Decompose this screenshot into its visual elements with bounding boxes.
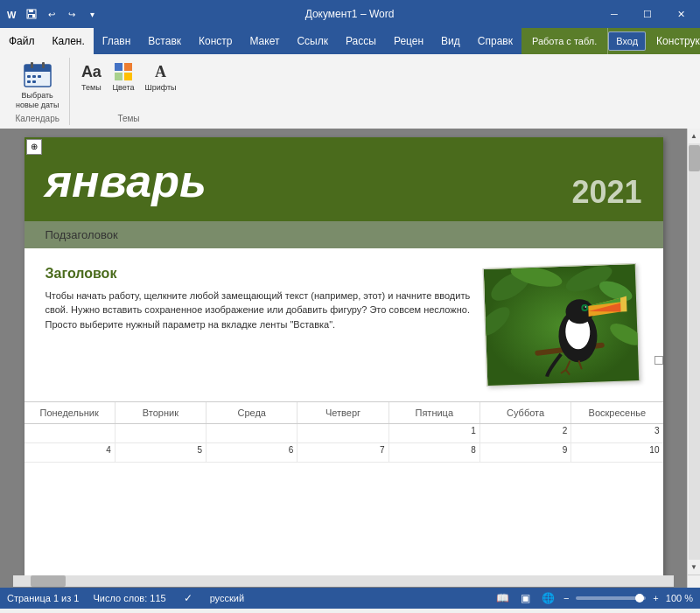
tab-help[interactable]: Справк	[469, 28, 522, 54]
calendar-subheader[interactable]: Подзаголовок	[24, 221, 663, 248]
page: ⊕ январь 2021 Подзаголовок Заголовок Что…	[24, 137, 663, 579]
move-handle[interactable]: ⊕	[26, 139, 42, 155]
page-content: Заголовок Чтобы начать работу, щелкните …	[24, 248, 663, 401]
vertical-scrollbar[interactable]: ▲ ▼	[687, 129, 700, 575]
choose-dates-button[interactable]: Выбратьновые даты	[12, 59, 62, 112]
tab-home[interactable]: Главн	[94, 28, 140, 54]
title-bar: W ↩ ↪ ▾ Документ1 – Word ─ ☐ ✕	[0, 0, 700, 28]
zoom-thumb[interactable]	[635, 594, 644, 603]
scroll-up-button[interactable]: ▲	[689, 130, 700, 142]
cal-cell-r2c4[interactable]: 7	[298, 443, 388, 462]
svg-rect-15	[32, 80, 36, 83]
minimize-button[interactable]: ─	[598, 0, 630, 28]
svg-rect-14	[27, 80, 31, 83]
cal-cell-r2c7[interactable]: 10	[571, 443, 662, 462]
cal-cell-r1c6[interactable]: 2	[480, 424, 571, 442]
cal-cell-r1c4[interactable]	[298, 424, 388, 442]
colors-label: Цвета	[112, 83, 134, 92]
print-layout-icon[interactable]: ▣	[518, 590, 534, 606]
tab-design[interactable]: Констр	[190, 28, 241, 54]
calendar-icon	[24, 61, 52, 89]
calendar-row-1: 1 2 3	[24, 424, 663, 443]
weekday-tuesday: Вторник	[116, 402, 206, 423]
content-body[interactable]: Чтобы начать работу, щелкните любой заме…	[46, 289, 471, 332]
calendar-row-2: 4 5 6 7 8 9 10	[24, 443, 663, 463]
weekday-friday: Пятница	[389, 402, 480, 423]
tab-insert[interactable]: Вставк	[139, 28, 190, 54]
close-button[interactable]: ✕	[665, 0, 696, 28]
ribbon-content: Выбратьновые даты Календарь Aa Темы	[0, 54, 700, 129]
svg-text:W: W	[7, 10, 17, 20]
cal-cell-r1c3[interactable]	[206, 424, 298, 442]
title-text: Документ1 – Word	[305, 8, 395, 20]
ribbon-group-themes-content: Aa Темы Цвета A	[77, 59, 179, 112]
themes-button[interactable]: Aa Темы	[77, 59, 105, 94]
tab-layout[interactable]: Макет	[241, 28, 288, 54]
cal-cell-r2c2[interactable]: 5	[116, 443, 206, 462]
svg-rect-8	[24, 70, 51, 72]
tab-mailings[interactable]: Рассы	[337, 28, 385, 54]
scroll-thumb-vertical[interactable]	[689, 145, 700, 171]
colors-button[interactable]: Цвета	[108, 59, 137, 94]
weekday-saturday: Суббота	[480, 402, 571, 423]
resize-handle-right[interactable]	[654, 356, 663, 365]
weekday-thursday: Четверг	[298, 402, 388, 423]
context-tab-constructor[interactable]: Конструктор	[646, 28, 700, 54]
login-button[interactable]: Вход	[608, 31, 646, 51]
calendar-header: январь 2021	[24, 137, 663, 221]
tab-file[interactable]: Файл	[0, 28, 44, 54]
restore-button[interactable]: ☐	[632, 0, 663, 28]
redo-button[interactable]: ↪	[63, 5, 80, 23]
cal-cell-r1c1[interactable]	[24, 424, 116, 442]
zoom-slider[interactable]	[576, 596, 646, 600]
fonts-icon: A	[150, 61, 172, 82]
window-title: Документ1 – Word	[101, 8, 598, 20]
tab-references[interactable]: Ссылк	[288, 28, 337, 54]
themes-label: Темы	[81, 83, 102, 92]
calendar-weekday-headers: Понедельник Вторник Среда Четверг Пятниц…	[24, 402, 663, 424]
proofing-icon[interactable]: ✓	[180, 590, 196, 606]
fonts-button[interactable]: A Шрифты	[141, 59, 179, 94]
tab-calendar[interactable]: Кален.	[44, 28, 94, 54]
ribbon-tabs-row: Файл Кален. Главн Вставк Констр Макет Сс…	[0, 28, 700, 54]
cal-cell-r2c1[interactable]: 4	[24, 443, 116, 462]
main-content-wrapper: ⊕ январь 2021 Подзаголовок Заголовок Что…	[0, 129, 700, 575]
cal-cell-r1c7[interactable]: 3	[571, 424, 662, 442]
weekday-sunday: Воскресенье	[571, 402, 662, 423]
content-image-area[interactable]	[485, 266, 642, 384]
document-area[interactable]: ⊕ январь 2021 Подзаголовок Заголовок Что…	[0, 129, 687, 588]
svg-rect-9	[31, 62, 33, 68]
scroll-track-horizontal[interactable]	[13, 575, 674, 587]
weekday-monday: Понедельник	[24, 402, 116, 423]
zoom-plus[interactable]: +	[653, 593, 658, 603]
cal-cell-r1c5[interactable]: 1	[389, 424, 480, 442]
page-info: Страница 1 из 1	[7, 593, 79, 603]
horizontal-scroll-row: ◄ ►	[0, 575, 700, 588]
customize-quick-access[interactable]: ▾	[83, 5, 101, 23]
tab-view[interactable]: Вид	[432, 28, 469, 54]
web-layout-icon[interactable]: 🌐	[541, 590, 556, 606]
save-button[interactable]	[23, 5, 40, 23]
undo-button[interactable]: ↩	[43, 5, 60, 23]
cal-cell-r2c5[interactable]: 8	[389, 443, 480, 462]
svg-rect-11	[27, 75, 31, 78]
scroll-thumb-horizontal[interactable]	[31, 575, 66, 587]
toucan-image[interactable]	[482, 263, 640, 387]
cal-cell-r2c3[interactable]: 6	[206, 443, 298, 462]
cal-cell-r1c2[interactable]	[116, 424, 206, 442]
scroll-track-vertical[interactable]	[689, 143, 700, 560]
content-heading[interactable]: Заголовок	[46, 266, 471, 282]
resize-corner	[687, 575, 700, 588]
word-count: Число слов: 115	[93, 593, 165, 603]
themes-group-label: Темы	[117, 114, 139, 123]
horizontal-scrollbar[interactable]: ◄ ►	[0, 575, 687, 588]
scroll-down-button[interactable]: ▼	[689, 561, 700, 573]
context-tab-group: Работа с табл. Вход Конструктор Макет	[522, 28, 700, 54]
title-bar-left: W ↩ ↪ ▾	[0, 5, 101, 23]
tab-review[interactable]: Рецен	[385, 28, 432, 54]
status-bar: Страница 1 из 1 Число слов: 115 ✓ русски…	[0, 588, 700, 609]
read-mode-icon[interactable]: 📖	[495, 590, 511, 606]
zoom-minus[interactable]: −	[564, 593, 569, 603]
ribbon-group-calendar-content: Выбратьновые даты	[12, 59, 62, 112]
cal-cell-r2c6[interactable]: 9	[480, 443, 571, 462]
